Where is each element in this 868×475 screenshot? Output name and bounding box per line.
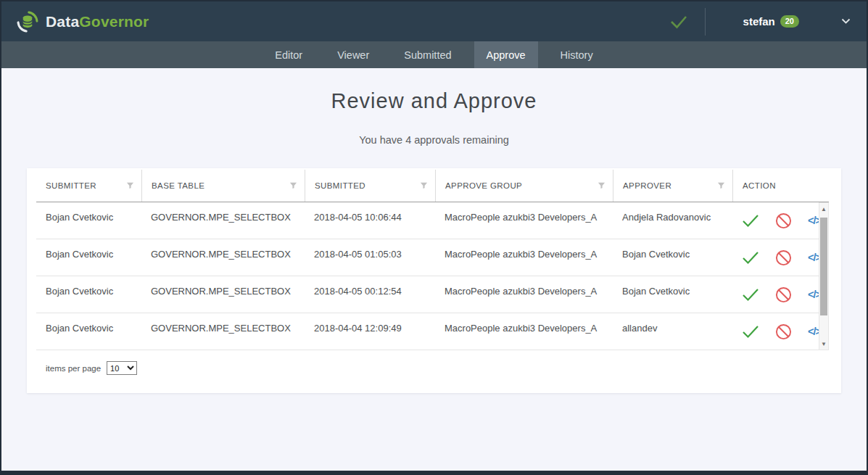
reject-no-entry-icon[interactable]: [775, 212, 792, 229]
brand-logo[interactable]: DataGovernor: [16, 10, 149, 33]
filter-icon[interactable]: [598, 181, 605, 191]
header-right: stefan 20: [669, 8, 851, 36]
cell-base-table: GOVERNOR.MPE_SELECTBOX: [141, 276, 305, 313]
cell-approver: Bojan Cvetkovic: [613, 239, 732, 276]
cell-submitter: Bojan Cvetkovic: [36, 276, 141, 313]
cell-approver: allandev: [613, 313, 732, 350]
database-sync-icon: [16, 10, 39, 33]
column-header-submitted[interactable]: SUBMITTED: [305, 170, 435, 202]
view-code-icon[interactable]: </>: [808, 252, 819, 263]
approve-check-icon[interactable]: [742, 325, 759, 339]
table-body: Bojan Cvetkovic GOVERNOR.MPE_SELECTBOX 2…: [36, 202, 829, 350]
view-code-icon[interactable]: </>: [808, 326, 819, 337]
scroll-down-arrow[interactable]: ▼: [819, 339, 828, 349]
approve-check-icon[interactable]: [742, 251, 759, 265]
page-title: Review and Approve: [1, 89, 867, 113]
view-code-icon[interactable]: </>: [808, 215, 819, 226]
tab-approve[interactable]: Approve: [474, 41, 538, 68]
reject-no-entry-icon[interactable]: [775, 249, 792, 266]
chevron-down-icon[interactable]: [841, 18, 851, 25]
brand-name: DataGovernor: [46, 13, 149, 30]
cell-approver: Bojan Cvetkovic: [613, 276, 732, 313]
user-menu[interactable]: stefan 20: [743, 15, 799, 28]
cell-submitted: 2018-04-05 01:05:03: [305, 239, 435, 276]
cell-submitter: Bojan Cvetkovic: [36, 239, 141, 276]
cell-actions: </>: [732, 202, 819, 239]
header-divider: [705, 8, 706, 36]
cell-base-table: GOVERNOR.MPE_SELECTBOX: [141, 202, 305, 239]
cell-submitter: Bojan Cvetkovic: [36, 202, 141, 239]
tab-editor[interactable]: Editor: [263, 41, 315, 68]
app-window: { "header": { "brand": { "primary": "Dat…: [0, 0, 868, 475]
filter-icon[interactable]: [420, 181, 428, 191]
table-row: Bojan Cvetkovic GOVERNOR.MPE_SELECTBOX 2…: [36, 276, 819, 313]
scrollbar-thumb[interactable]: [820, 218, 827, 315]
tab-history[interactable]: History: [548, 41, 605, 68]
cell-base-table: GOVERNOR.MPE_SELECTBOX: [141, 239, 305, 276]
cell-submitted: 2018-04-05 10:06:44: [305, 202, 435, 239]
cell-approver: Andjela Radovanovic: [613, 202, 732, 239]
table-row: Bojan Cvetkovic GOVERNOR.MPE_SELECTBOX 2…: [36, 239, 819, 276]
column-header-action: ACTION: [732, 170, 829, 202]
table-body-rows: Bojan Cvetkovic GOVERNOR.MPE_SELECTBOX 2…: [36, 202, 819, 350]
cell-submitted: 2018-04-05 00:12:54: [305, 276, 435, 313]
cell-approve-group: MacroPeople azukbi3 Developers_A: [435, 202, 613, 239]
main-content: Review and Approve You have 4 approvals …: [1, 89, 867, 393]
approve-check-icon[interactable]: [742, 288, 759, 302]
approvals-check-icon[interactable]: [669, 14, 689, 30]
filter-icon[interactable]: [289, 181, 297, 191]
cell-actions: </>: [732, 276, 819, 313]
tab-viewer[interactable]: Viewer: [325, 41, 381, 68]
cell-approve-group: MacroPeople azukbi3 Developers_A: [435, 239, 613, 276]
table-row: Bojan Cvetkovic GOVERNOR.MPE_SELECTBOX 2…: [36, 202, 819, 239]
scroll-up-arrow[interactable]: ▲: [819, 204, 828, 214]
view-code-icon[interactable]: </>: [808, 289, 819, 300]
items-per-page-label: items per page: [46, 364, 101, 373]
column-header-approve-group[interactable]: APPROVE GROUP: [435, 170, 613, 202]
user-badge: 20: [780, 15, 799, 28]
approvals-table-card: SUBMITTER BASE TABLE SUBMITTED APPROVE G…: [27, 168, 841, 393]
reject-no-entry-icon[interactable]: [775, 323, 792, 340]
cell-submitter: Bojan Cvetkovic: [36, 313, 141, 350]
cell-submitted: 2018-04-04 12:09:49: [305, 313, 435, 350]
approvals-remaining-text: You have 4 approvals remaining: [1, 134, 867, 146]
reject-no-entry-icon[interactable]: [775, 286, 792, 303]
cell-base-table: GOVERNOR.MPE_SELECTBOX: [141, 313, 305, 350]
table-header-row: SUBMITTER BASE TABLE SUBMITTED APPROVE G…: [36, 170, 829, 202]
cell-approve-group: MacroPeople azukbi3 Developers_A: [435, 276, 613, 313]
items-per-page-select[interactable]: 10: [107, 361, 137, 375]
table-scrollbar[interactable]: ▲ ▼: [819, 202, 829, 350]
column-header-base-table[interactable]: BASE TABLE: [141, 170, 305, 202]
tab-submitted[interactable]: Submitted: [392, 41, 463, 68]
table-row: Bojan Cvetkovic GOVERNOR.MPE_SELECTBOX 2…: [36, 313, 819, 350]
column-header-submitter[interactable]: SUBMITTER: [36, 170, 141, 202]
cell-approve-group: MacroPeople azukbi3 Developers_A: [435, 313, 613, 350]
cell-actions: </>: [732, 239, 819, 276]
table-footer: items per page 10: [36, 350, 829, 375]
column-header-approver[interactable]: APPROVER: [613, 170, 732, 202]
approve-check-icon[interactable]: [742, 214, 759, 228]
cell-actions: </>: [732, 313, 819, 350]
filter-icon[interactable]: [717, 181, 725, 191]
app-header: DataGovernor stefan 20: [1, 1, 867, 41]
main-nav: Editor Viewer Submitted Approve History: [1, 41, 867, 68]
user-name: stefan: [743, 15, 775, 28]
filter-icon[interactable]: [126, 181, 134, 191]
